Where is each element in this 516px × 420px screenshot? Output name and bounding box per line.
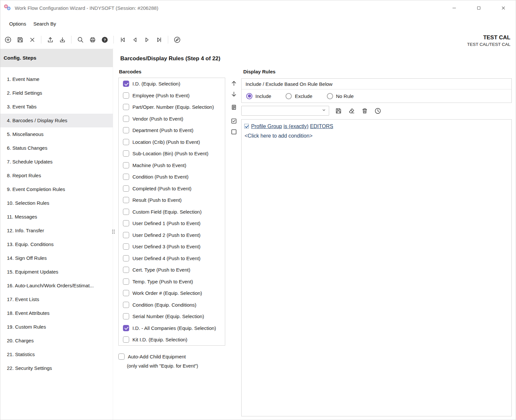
eraser-icon[interactable] (347, 106, 356, 115)
checkbox-icon[interactable] (123, 162, 129, 168)
checkbox-icon[interactable] (123, 197, 129, 203)
rule-mode-option[interactable]: Exclude (286, 93, 312, 99)
checkbox-icon[interactable] (123, 104, 129, 110)
checkbox-icon[interactable] (123, 174, 129, 180)
sidebar-item-22[interactable]: 22. Security Settings (0, 361, 113, 375)
barcode-item[interactable]: User Defined 1 (Push to Event) (119, 218, 225, 229)
rule-mode-option[interactable]: Include (246, 93, 271, 99)
checkbox-icon[interactable] (123, 209, 129, 215)
checkbox-icon[interactable] (123, 336, 129, 343)
move-down-icon[interactable] (229, 90, 238, 98)
sidebar-item-3[interactable]: 3. Event Tabs (0, 100, 113, 114)
history-icon[interactable] (373, 106, 382, 115)
previous-record-icon[interactable] (129, 34, 140, 45)
barcode-item[interactable]: Employee (Push to Event) (119, 90, 225, 102)
sidebar-item-12[interactable]: 12. Info. Transfer (0, 224, 113, 238)
sidebar-item-1[interactable]: 1. Event Name (0, 72, 113, 86)
sidebar-item-21[interactable]: 21. Statistics (0, 348, 113, 361)
checkbox-icon[interactable] (123, 325, 129, 331)
print-icon[interactable] (87, 34, 98, 45)
add-condition-link[interactable]: <Click here to add condition> (244, 133, 509, 139)
checkbox-icon[interactable] (123, 232, 129, 238)
first-record-icon[interactable] (117, 34, 128, 45)
sidebar-item-4[interactable]: 4. Barcodes / Display Rules (0, 114, 113, 127)
barcode-item[interactable]: Work Order # (Equip. Selection) (119, 287, 225, 299)
sidebar-item-20[interactable]: 20. Charges (0, 334, 113, 348)
checkbox-icon[interactable] (123, 81, 129, 87)
barcode-item[interactable]: Machine (Push to Event) (119, 160, 225, 171)
barcode-item[interactable]: User Defined 4 (Push to Event) (119, 253, 225, 264)
barcode-item[interactable]: User Defined 3 (Push to Event) (119, 241, 225, 253)
sidebar-item-11[interactable]: 11. Messages (0, 210, 113, 224)
barcode-item[interactable]: Condition (Equip. Conditions) (119, 299, 225, 311)
report-icon[interactable] (229, 103, 238, 111)
barcode-item[interactable]: Location (Crib) (Push to Event) (119, 136, 225, 148)
compass-icon[interactable] (171, 34, 183, 45)
barcode-item[interactable]: Department (Push to Event) (119, 124, 225, 136)
barcode-item[interactable]: Custom Field (Equip. Selection) (119, 206, 225, 218)
rule-enabled-checkbox[interactable] (244, 124, 249, 128)
sidebar-item-10[interactable]: 10. Selection Rules (0, 196, 113, 210)
menu-search-by[interactable]: Search By (33, 21, 56, 27)
barcode-item[interactable]: Kit I.D. (Equip. Selection) (119, 334, 225, 346)
barcode-item[interactable]: Temp. Type (Push to Event) (119, 276, 225, 288)
barcode-item[interactable]: Completed (Push to Event) (119, 183, 225, 195)
check-all-icon[interactable] (229, 117, 238, 125)
auto-add-checkbox[interactable] (118, 353, 125, 360)
close-button[interactable] (491, 0, 516, 15)
search-icon[interactable] (75, 34, 86, 45)
checkbox-icon[interactable] (123, 150, 129, 157)
sidebar-item-18[interactable]: 18. Event Attributes (0, 306, 113, 320)
sidebar-item-17[interactable]: 17. Event Lists (0, 293, 113, 306)
barcode-item[interactable]: Sub-Location (Bin) (Push to Event) (119, 148, 225, 160)
save-icon[interactable] (14, 34, 26, 45)
barcode-item[interactable]: Part/Oper. Number (Equip. Selection) (119, 101, 225, 113)
barcode-item[interactable]: Cert. Type (Push to Event) (119, 264, 225, 276)
checkbox-icon[interactable] (123, 139, 129, 145)
checkbox-icon[interactable] (123, 302, 129, 308)
barcode-item[interactable]: Condition (Push to Event) (119, 171, 225, 183)
rule-mode-option[interactable]: No Rule (327, 93, 354, 99)
checkbox-icon[interactable] (123, 185, 129, 192)
sidebar-item-5[interactable]: 5. Miscellaneous (0, 127, 113, 141)
next-record-icon[interactable] (141, 34, 152, 45)
trash-icon[interactable] (360, 106, 369, 115)
checkbox-icon[interactable] (123, 290, 129, 296)
rule-editor[interactable]: Profile Group is (exactly) EDITORS <Clic… (241, 119, 512, 416)
add-icon[interactable] (2, 34, 13, 45)
checkbox-icon[interactable] (123, 278, 129, 285)
save-rule-icon[interactable] (334, 106, 343, 115)
uncheck-all-icon[interactable] (229, 127, 238, 136)
sidebar-item-7[interactable]: 7. Schedule Updates (0, 155, 113, 169)
barcode-item[interactable]: I.D. - All Companies (Equip. Selection) (119, 322, 225, 334)
barcode-item[interactable]: Serial Number (Equip. Selection) (119, 311, 225, 322)
download-icon[interactable] (57, 34, 68, 45)
checkbox-icon[interactable] (123, 92, 129, 99)
minimize-button[interactable] (442, 0, 466, 15)
barcode-item[interactable]: Vendor (Push to Event) (119, 113, 225, 125)
help-icon[interactable]: ? (99, 34, 110, 45)
rule-condition-part[interactable]: EDITORS (310, 124, 333, 129)
barcode-item[interactable]: I.D. (Equip. Selection) (119, 78, 225, 90)
sidebar-item-16[interactable]: 16. Auto-Launch/Work Orders/Estimat... (0, 279, 113, 293)
last-record-icon[interactable] (153, 34, 165, 45)
menu-options[interactable]: Options (9, 21, 26, 27)
checkbox-icon[interactable] (123, 313, 129, 319)
sidebar-item-19[interactable]: 19. Custom Rules (0, 320, 113, 334)
sidebar-item-2[interactable]: 2. Field Settings (0, 86, 113, 100)
rule-condition-part[interactable]: is (exactly) (284, 124, 308, 129)
auto-add-child-row[interactable]: Auto-Add Child Equipment (118, 353, 186, 360)
checkbox-icon[interactable] (123, 220, 129, 226)
sidebar-item-6[interactable]: 6. Status Changes (0, 141, 113, 155)
delete-icon[interactable] (27, 34, 38, 45)
move-up-icon[interactable] (229, 79, 238, 87)
checkbox-icon[interactable] (123, 267, 129, 273)
barcode-item[interactable]: User Defined 2 (Push to Event) (119, 229, 225, 241)
sidebar-item-8[interactable]: 8. Report Rules (0, 169, 113, 182)
sidebar-item-15[interactable]: 15. Equipment Updates (0, 265, 113, 279)
sidebar-item-13[interactable]: 13. Equip. Conditions (0, 238, 113, 251)
maximize-button[interactable] (466, 0, 491, 15)
splitter-handle-icon[interactable] (112, 230, 115, 234)
upload-icon[interactable] (45, 34, 56, 45)
checkbox-icon[interactable] (123, 116, 129, 122)
